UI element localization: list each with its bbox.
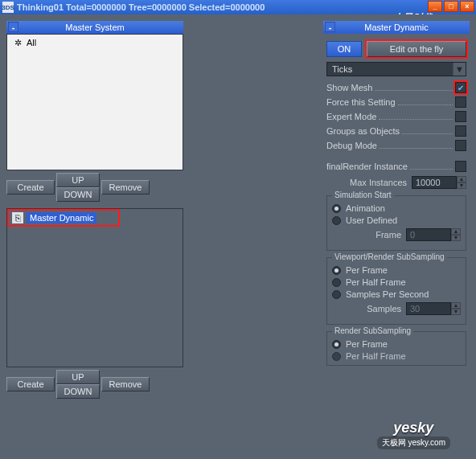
remove-button[interactable]: Remove [101, 377, 150, 391]
frame-spinner: ▲▼ [406, 228, 461, 241]
radio-per-half-frame[interactable] [332, 278, 341, 287]
create-button[interactable]: Create [6, 377, 55, 391]
max-instances-label: Max Instances [350, 178, 407, 187]
frame-label: Frame [375, 230, 401, 240]
maximize-button[interactable]: □ [444, 1, 458, 12]
down-button[interactable]: DOWN [56, 187, 100, 202]
spinner-down-icon: ▼ [451, 235, 461, 241]
option-checkbox[interactable] [455, 82, 466, 93]
master-system-title: Master System [65, 23, 124, 32]
app-icon: 3DS [2, 2, 14, 13]
master-system-tree[interactable]: ✲ All [6, 34, 183, 170]
radio-animation[interactable] [332, 204, 341, 213]
collapse-icon[interactable]: - [325, 22, 335, 32]
radio-label: Per Frame [346, 339, 388, 349]
titlebar: 3DS Thinking01 Total=0000000 Tree=000000… [0, 0, 476, 14]
master-system-rollup: - Master System ✲ All Create UP DOWN Rem… [6, 21, 183, 202]
option-checkbox[interactable] [455, 96, 466, 108]
render-subsampling-group: Render SubSampling Per Frame Per Half Fr… [326, 331, 466, 366]
watermark-logo: yesky [377, 420, 450, 436]
watermark-sub: 天极网 yesky.com [377, 436, 450, 449]
option-label: Force this Setting [326, 97, 396, 107]
up-button[interactable]: UP [56, 370, 100, 384]
dynamic-icon: ⎘ [12, 212, 23, 223]
max-instances-input[interactable] [412, 176, 457, 189]
option-label: Groups as Objects [326, 126, 400, 136]
finalrender-checkbox[interactable] [455, 161, 466, 172]
watermark-bottom: yesky 天极网 yesky.com [377, 420, 450, 449]
frame-input [406, 228, 451, 241]
close-button[interactable]: × [460, 1, 474, 12]
radio-label: Per Frame [346, 265, 388, 275]
window-title: Thinking01 Total=0000000 Tree=0000000 Se… [17, 2, 265, 12]
window-buttons: _ □ × [428, 1, 474, 12]
radio-per-half-frame[interactable] [332, 352, 341, 361]
radio-label: Per Half Frame [346, 277, 406, 287]
ticks-dropdown[interactable]: Ticks ▼ [326, 62, 466, 76]
radio-label: User Defined [346, 215, 397, 225]
down-button[interactable]: DOWN [56, 384, 100, 399]
minimize-button[interactable]: _ [428, 1, 442, 12]
radio-label: Per Half Frame [346, 351, 406, 361]
edit-on-the-fly-button[interactable]: Edit on the fly [367, 41, 466, 57]
radio-label: Animation [346, 203, 385, 213]
radio-samples-per-second[interactable] [332, 290, 341, 299]
dropdown-value: Ticks [332, 64, 352, 74]
tree-item-label: All [27, 38, 36, 47]
spinner-up-icon: ▲ [451, 302, 461, 309]
list-item-label: Master Dynamic [27, 212, 96, 223]
radio-user-defined[interactable] [332, 216, 341, 225]
dynamic-list-rollup: ⎘ Master Dynamic Create UP DOWN Remove [6, 208, 183, 399]
simulation-start-group: Simulation Start Animation User Defined … [326, 195, 466, 251]
option-checkbox[interactable] [455, 125, 466, 137]
create-button[interactable]: Create [6, 180, 55, 195]
group-legend: Simulation Start [332, 191, 394, 199]
samples-input [406, 302, 451, 315]
radio-label: Samples Per Second [346, 289, 429, 299]
tree-item[interactable]: ✲ All [7, 35, 183, 51]
option-label: Debug Mode [326, 141, 377, 150]
option-label: Expert Mode [326, 112, 376, 121]
spinner-down-icon: ▼ [451, 309, 461, 315]
radio-per-frame[interactable] [332, 266, 341, 275]
samples-spinner: ▲▼ [406, 302, 461, 315]
up-button[interactable]: UP [56, 173, 100, 187]
master-dynamic-header[interactable]: - Master Dynamic [323, 21, 470, 34]
viewport-subsampling-group: Viewport/Render SubSampling Per Frame Pe… [326, 257, 466, 325]
max-instances-spinner[interactable]: ▲▼ [412, 176, 466, 189]
spinner-up-icon[interactable]: ▲ [457, 176, 466, 182]
samples-label: Samples [367, 304, 401, 314]
collapse-icon[interactable]: - [8, 22, 18, 32]
remove-button[interactable]: Remove [101, 180, 150, 195]
option-label: Show Mesh [326, 83, 372, 92]
master-system-header[interactable]: - Master System [6, 21, 183, 34]
group-legend: Render SubSampling [332, 326, 413, 335]
list-item[interactable]: ⎘ Master Dynamic [9, 211, 118, 225]
finalrender-label: finalRender Instance [326, 162, 408, 171]
spinner-down-icon[interactable]: ▼ [457, 182, 466, 189]
master-dynamic-title: Master Dynamic [364, 23, 428, 32]
spinner-up-icon: ▲ [451, 228, 461, 235]
radio-per-frame[interactable] [332, 340, 341, 349]
option-checkbox[interactable] [455, 111, 466, 122]
option-checkbox[interactable] [455, 140, 466, 151]
dynamic-list[interactable]: ⎘ Master Dynamic [6, 208, 183, 367]
chevron-down-icon: ▼ [453, 63, 466, 76]
on-button[interactable]: ON [326, 41, 362, 57]
group-legend: Viewport/Render SubSampling [332, 252, 447, 261]
gear-icon: ✲ [12, 37, 23, 48]
